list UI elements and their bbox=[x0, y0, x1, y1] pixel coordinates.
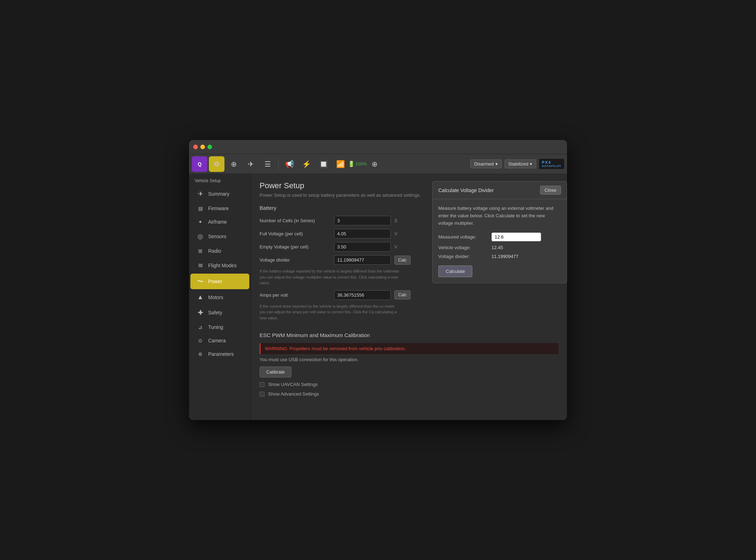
sidebar-header: Vehicle Setup bbox=[189, 175, 251, 186]
flight-mode-dropdown-icon: ▾ bbox=[530, 161, 532, 167]
analyze-btn[interactable]: ☰ bbox=[260, 156, 276, 172]
sidebar-item-firmware-label: Firmware bbox=[208, 206, 229, 211]
sidebar-item-motors[interactable]: ▲ Motors bbox=[190, 290, 249, 304]
plan-btn[interactable]: ⊕ bbox=[226, 156, 241, 172]
calibrate-btn[interactable]: Calibrate bbox=[260, 366, 291, 377]
analyze-icon: ☰ bbox=[265, 160, 271, 168]
camera-icon: ⊙ bbox=[196, 338, 205, 343]
voltage-divider-input[interactable] bbox=[334, 255, 391, 265]
vehicle-voltage-value: 12.45 bbox=[491, 245, 503, 250]
sidebar-item-sensors-label: Sensors bbox=[208, 234, 226, 239]
sidebar-item-sensors[interactable]: ◎ Sensors bbox=[190, 229, 249, 244]
calculate-voltage-overlay: Calculate Voltage Divider Close Measure … bbox=[432, 181, 567, 283]
link-btn[interactable]: ⚡ bbox=[299, 156, 314, 172]
voltage-divider-display-label: Voltage divider: bbox=[438, 254, 488, 259]
cells-unit: S bbox=[394, 218, 401, 223]
brand-line1: PX4 bbox=[542, 160, 561, 164]
empty-voltage-label: Empty Voltage (per cell) bbox=[260, 244, 330, 250]
sidebar-item-airframe-label: Airframe bbox=[208, 219, 227, 225]
close-window-btn[interactable] bbox=[193, 145, 198, 149]
qgc-logo-btn[interactable]: Q bbox=[192, 156, 207, 172]
empty-voltage-unit: V bbox=[394, 244, 401, 250]
overlay-header: Calculate Voltage Divider Close bbox=[433, 181, 567, 199]
toolbar-right: Disarmed ▾ Stabilized ▾ PX4 AUTOPILOT bbox=[470, 159, 564, 169]
empty-voltage-input[interactable] bbox=[334, 242, 391, 252]
vehicle-setup-btn[interactable]: ⚙ bbox=[209, 156, 224, 172]
usb-note: You must use USB connection for this ope… bbox=[260, 357, 558, 362]
parameters-icon: ⚙ bbox=[196, 352, 205, 357]
advanced-checkbox[interactable] bbox=[260, 392, 265, 397]
fly-btn[interactable]: ✈ bbox=[243, 156, 259, 172]
safety-icon: ✚ bbox=[196, 309, 205, 317]
amps-per-volt-input[interactable] bbox=[334, 290, 391, 300]
messages-btn[interactable]: 📢 bbox=[282, 156, 297, 172]
tuning-icon: ⊿ bbox=[196, 324, 205, 330]
advanced-checkbox-row: Show Advanced Settings bbox=[260, 391, 558, 397]
gps-icon: ⊕ bbox=[372, 160, 378, 168]
voltage-divider-calc-btn[interactable]: Calc bbox=[394, 256, 411, 265]
flight-mode-btn[interactable]: Stabilized ▾ bbox=[505, 159, 536, 168]
sidebar-item-firmware[interactable]: ▤ Firmware bbox=[190, 202, 249, 215]
arm-status-btn[interactable]: Disarmed ▾ bbox=[470, 159, 502, 168]
vehicle-icon: 🔲 bbox=[319, 160, 328, 168]
battery-btn[interactable]: 🔋 100% bbox=[350, 156, 365, 172]
battery-pct-label: 100% bbox=[355, 161, 367, 167]
sidebar-item-radio[interactable]: ⊞ Radio bbox=[190, 245, 249, 257]
sidebar-item-summary-label: Summary bbox=[208, 191, 229, 197]
warning-text: WARNING: Propellers must be removed from… bbox=[265, 346, 554, 351]
sidebar-item-flight-modes[interactable]: ≋ Flight Modes bbox=[190, 258, 249, 273]
minimize-window-btn[interactable] bbox=[200, 145, 205, 149]
advanced-checkbox-label: Show Advanced Settings bbox=[268, 391, 319, 397]
flight-mode-label: Stabilized bbox=[508, 161, 528, 167]
sidebar-item-tuning-label: Tuning bbox=[208, 324, 223, 330]
flight-modes-icon: ≋ bbox=[196, 262, 205, 269]
sidebar-item-motors-label: Motors bbox=[208, 295, 223, 300]
full-voltage-input[interactable] bbox=[334, 229, 391, 239]
sidebar-item-camera[interactable]: ⊙ Camera bbox=[190, 334, 249, 347]
amps-per-volt-calc-btn[interactable]: Calc bbox=[394, 290, 411, 299]
overlay-title: Calculate Voltage Divider bbox=[438, 187, 494, 193]
measured-voltage-input[interactable] bbox=[491, 233, 541, 241]
radio-icon: ⊞ bbox=[196, 248, 205, 254]
sidebar-item-radio-label: Radio bbox=[208, 248, 221, 254]
sidebar-item-power-label: Power bbox=[208, 279, 222, 284]
cells-label: Number of Cells (in Series) bbox=[260, 218, 330, 223]
sidebar-item-flight-modes-label: Flight Modes bbox=[208, 263, 237, 268]
gear-icon: ⚙ bbox=[213, 160, 220, 168]
vehicle-type-btn[interactable]: 🔲 bbox=[316, 156, 331, 172]
calculate-btn[interactable]: Calculate bbox=[438, 265, 472, 277]
fly-icon: ✈ bbox=[248, 160, 254, 168]
link-icon: ⚡ bbox=[302, 160, 311, 168]
uavcan-checkbox-label: Show UAVCAN Settings bbox=[268, 382, 318, 387]
sidebar-item-safety[interactable]: ✚ Safety bbox=[190, 305, 249, 320]
warning-box: WARNING: Propellers must be removed from… bbox=[260, 343, 558, 354]
arm-dropdown-icon: ▾ bbox=[495, 161, 498, 167]
sidebar-item-summary[interactable]: ✈ Summary bbox=[190, 186, 249, 201]
main-layout: Vehicle Setup ✈ Summary ▤ Firmware ✦ Air… bbox=[189, 174, 567, 420]
cells-input[interactable] bbox=[334, 216, 391, 225]
voltage-divider-label: Voltage divider bbox=[260, 257, 330, 263]
sidebar-item-parameters[interactable]: ⚙ Parameters bbox=[190, 348, 249, 360]
titlebar bbox=[189, 140, 567, 154]
overlay-description: Measure battery voltage using an externa… bbox=[438, 205, 561, 227]
voltage-divider-hint: If the battery voltage reported by the v… bbox=[260, 268, 401, 286]
megaphone-icon: 📢 bbox=[285, 160, 294, 168]
uavcan-checkbox[interactable] bbox=[260, 382, 265, 387]
full-voltage-row: Full Voltage (per cell) V bbox=[260, 229, 446, 239]
sidebar-item-safety-label: Safety bbox=[208, 310, 222, 315]
sidebar-item-airframe[interactable]: ✦ Airframe bbox=[190, 215, 249, 228]
sidebar-item-tuning[interactable]: ⊿ Tuning bbox=[190, 321, 249, 334]
voltage-divider-display-value: 11.19909477 bbox=[491, 254, 518, 259]
app-window: Q ⚙ ⊕ ✈ ☰ 📢 ⚡ 🔲 📶 🔋 100% bbox=[189, 140, 567, 420]
overlay-close-btn[interactable]: Close bbox=[540, 186, 561, 195]
sidebar-item-power[interactable]: 〜 Power bbox=[190, 274, 249, 289]
toolbar-divider bbox=[278, 158, 279, 170]
sidebar: Vehicle Setup ✈ Summary ▤ Firmware ✦ Air… bbox=[189, 174, 251, 420]
signal-btn[interactable]: 📶 bbox=[333, 156, 348, 172]
vehicle-voltage-row: Vehicle voltage: 12.45 bbox=[438, 245, 561, 250]
gps-btn[interactable]: ⊕ bbox=[367, 156, 382, 172]
overlay-body: Measure battery voltage using an externa… bbox=[433, 199, 567, 283]
measured-voltage-label: Measured voltage: bbox=[438, 234, 488, 240]
esc-section-title: ESC PWM Minimum and Maximum Calibration bbox=[260, 332, 558, 338]
maximize-window-btn[interactable] bbox=[207, 145, 212, 149]
